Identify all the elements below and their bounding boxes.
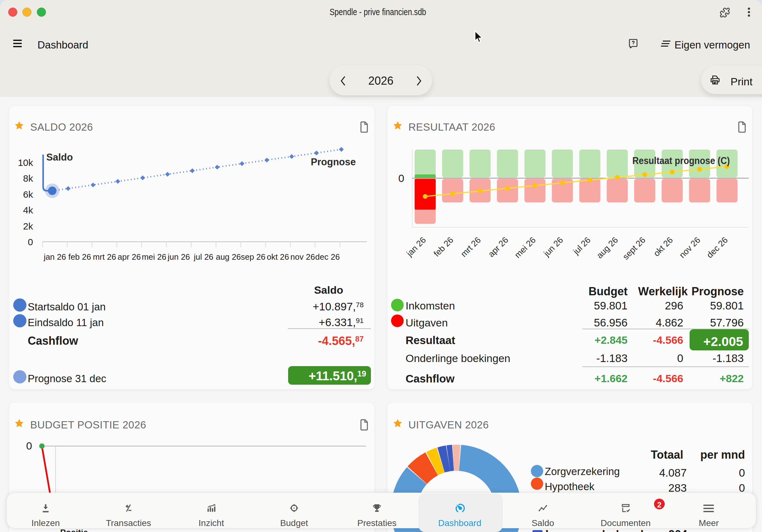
svg-text:aug 26: aug 26 [595,235,620,260]
svg-text:0: 0 [398,172,404,184]
svg-text:apr 26: apr 26 [487,235,510,259]
svg-text:0: 0 [26,440,32,452]
svg-text:nov 26: nov 26 [677,235,702,260]
svg-text:mrt 26: mrt 26 [459,235,483,259]
svg-text:sept 26: sept 26 [621,235,648,262]
svg-text:mei 26: mei 26 [513,235,538,260]
svg-text:jan 26: jan 26 [405,235,428,259]
svg-text:dec 26: dec 26 [705,235,730,260]
svg-text:jun 26: jun 26 [542,235,565,259]
svg-text:okt 26: okt 26 [652,235,675,258]
svg-text:feb 26: feb 26 [432,235,455,259]
svg-text:jul 26: jul 26 [571,235,593,257]
